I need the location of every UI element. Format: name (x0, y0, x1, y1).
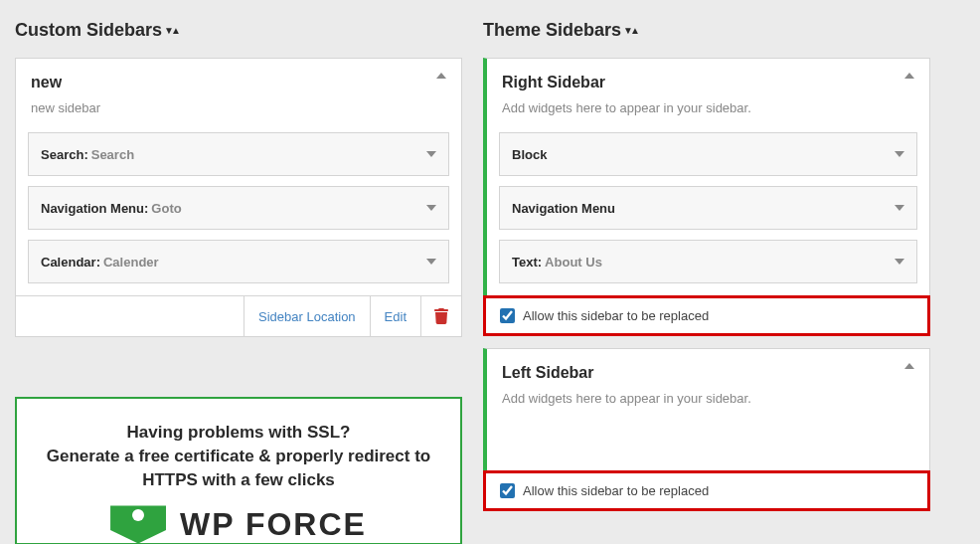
widget-item[interactable]: Text: About Us (499, 240, 917, 283)
custom-sidebars-heading: Custom Sidebars ▼▲ (15, 20, 462, 41)
widget-value: Search (91, 147, 134, 162)
widget-value: About Us (545, 255, 602, 270)
chevron-down-icon (895, 151, 904, 157)
widget-name: Navigation Menu (41, 201, 144, 216)
widget-name: Search (41, 147, 83, 162)
theme-sidebar-panel-left: Left Sidebar Add widgets here to appear … (483, 348, 930, 471)
allow-replace-checkbox[interactable] (500, 483, 515, 498)
widget-item[interactable]: Block (499, 132, 917, 176)
theme-panel-title: Left Sidebar (502, 364, 914, 382)
allow-replace-label: Allow this sidebar to be replaced (523, 308, 709, 323)
chevron-down-icon (426, 259, 436, 265)
widget-name: Block (512, 147, 547, 162)
custom-sidebar-panel: new new sidebar Search: Search Navigatio… (15, 58, 462, 337)
widget-value: Calender (103, 255, 159, 270)
sort-icon[interactable]: ▼▲ (164, 25, 178, 36)
sidebar-location-button[interactable]: Sidebar Location (245, 296, 371, 336)
widget-name: Text (512, 255, 538, 270)
promo-title-line2: Generate a free certificate & properly r… (35, 445, 442, 492)
allow-replace-label: Allow this sidebar to be replaced (523, 483, 709, 498)
widget-item[interactable]: Navigation Menu: Goto (28, 186, 449, 230)
theme-panel-title: Right Sidebar (502, 74, 914, 91)
theme-panel-header[interactable]: Left Sidebar Add widgets here to appear … (487, 349, 929, 470)
theme-panel-desc: Add widgets here to appear in your sideb… (502, 100, 914, 115)
custom-panel-desc: new sidebar (31, 100, 446, 115)
widget-name: Calendar (41, 255, 96, 270)
edit-button[interactable]: Edit (371, 296, 421, 336)
chevron-down-icon (895, 205, 904, 211)
collapse-icon[interactable] (904, 73, 914, 79)
theme-panel-header[interactable]: Right Sidebar Add widgets here to appear… (487, 59, 929, 127)
promo-card[interactable]: Having problems with SSL? Generate a fre… (15, 397, 462, 544)
promo-title-line1: Having problems with SSL? (35, 421, 442, 445)
shield-icon (110, 505, 166, 543)
promo-brand: WP FORCE (180, 506, 367, 543)
widget-item[interactable]: Search: Search (28, 132, 449, 176)
action-spacer (16, 296, 245, 336)
widget-name: Navigation Menu (512, 201, 615, 216)
allow-replace-checkbox[interactable] (500, 308, 515, 323)
custom-widget-list: Search: Search Navigation Menu: Goto Cal… (16, 127, 461, 295)
theme-sidebars-heading: Theme Sidebars ▼▲ (483, 20, 930, 41)
widget-item[interactable]: Navigation Menu (499, 186, 917, 230)
custom-panel-title: new (31, 74, 446, 91)
allow-replace-row: Allow this sidebar to be replaced (483, 470, 930, 511)
promo-logo: WP FORCE (35, 505, 442, 543)
allow-replace-row: Allow this sidebar to be replaced (483, 295, 930, 336)
sort-icon[interactable]: ▼▲ (623, 25, 637, 36)
custom-panel-actions: Sidebar Location Edit (16, 295, 461, 336)
theme-sidebar-panel-right: Right Sidebar Add widgets here to appear… (483, 58, 930, 296)
chevron-down-icon (426, 205, 436, 211)
custom-sidebars-heading-text: Custom Sidebars (15, 20, 162, 41)
theme-widget-list: Block Navigation Menu Text: About Us (487, 127, 929, 295)
chevron-down-icon (426, 151, 436, 157)
widget-item[interactable]: Calendar: Calender (28, 240, 449, 283)
trash-icon (434, 308, 448, 324)
collapse-icon[interactable] (904, 363, 914, 369)
delete-button[interactable] (421, 296, 461, 336)
chevron-down-icon (895, 259, 904, 265)
custom-panel-header[interactable]: new new sidebar (16, 59, 461, 127)
collapse-icon[interactable] (436, 73, 446, 79)
widget-value: Goto (151, 201, 181, 216)
theme-panel-desc: Add widgets here to appear in your sideb… (502, 391, 914, 406)
theme-sidebars-heading-text: Theme Sidebars (483, 20, 621, 41)
